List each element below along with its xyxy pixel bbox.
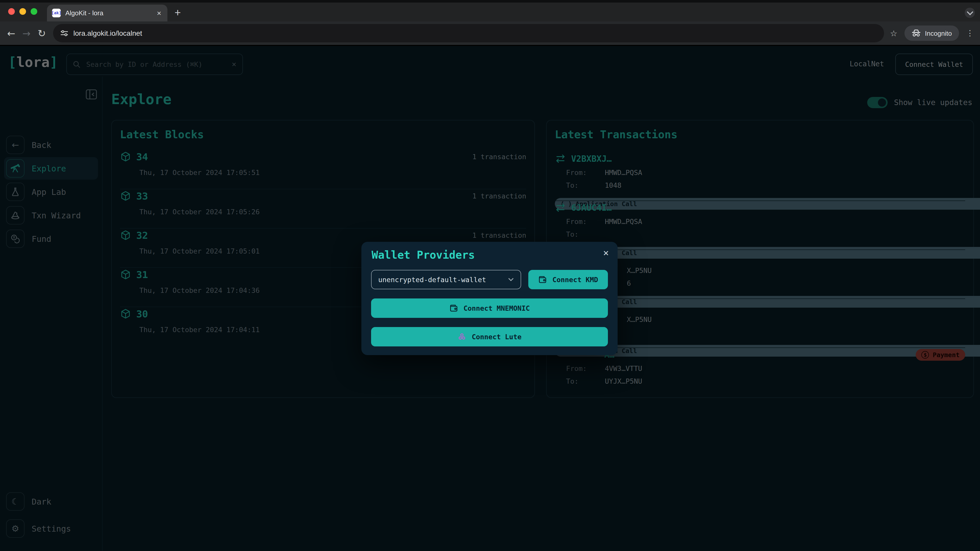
close-icon[interactable]: × xyxy=(603,247,609,258)
tab-strip: [ak] AlgoKit - lora × + xyxy=(0,3,980,21)
browser-menu-icon[interactable]: ⋮ xyxy=(966,29,974,38)
connect-kmd-button[interactable]: Connect KMD xyxy=(528,270,608,289)
wallet-icon xyxy=(538,275,547,284)
incognito-badge: Incognito xyxy=(904,25,959,41)
reload-button[interactable]: ↻ xyxy=(38,27,46,39)
wallet-providers-dialog: Wallet Providers × unencrypted-default-w… xyxy=(361,242,617,355)
close-window-button[interactable] xyxy=(8,8,15,15)
wallet-icon xyxy=(449,303,458,313)
browser-chrome: [ak] AlgoKit - lora × + ← → ↻ lora.algok… xyxy=(0,0,980,46)
back-button[interactable]: ← xyxy=(7,27,15,39)
lute-triskele-icon xyxy=(457,332,466,341)
address-bar[interactable]: lora.algokit.io/localnet xyxy=(53,24,884,42)
bookmark-star-icon[interactable]: ☆ xyxy=(890,28,897,38)
connect-lute-button[interactable]: Connect Lute xyxy=(371,327,608,346)
incognito-icon xyxy=(912,30,921,37)
browser-toolbar: ← → ↻ lora.algokit.io/localnet ☆ xyxy=(0,21,980,45)
browser-tab[interactable]: [ak] AlgoKit - lora × xyxy=(47,5,167,21)
toolbar-right: ☆ Incognito ⋮ xyxy=(890,25,974,41)
forward-button[interactable]: → xyxy=(22,27,30,39)
screen: [ak] AlgoKit - lora × + ← → ↻ lora.algok… xyxy=(0,0,980,551)
url-text[interactable]: lora.algokit.io/localnet xyxy=(73,29,142,37)
tab-close-icon[interactable]: × xyxy=(156,9,162,17)
tab-favicon: [ak] xyxy=(52,9,61,17)
tab-title: AlgoKit - lora xyxy=(65,9,156,17)
zoom-window-button[interactable] xyxy=(30,8,37,15)
minimize-window-button[interactable] xyxy=(19,8,26,15)
tab-search-button[interactable] xyxy=(965,8,975,18)
lora-app: [lora] × LocalNet Connect Wallet ← Ba xyxy=(0,46,980,551)
selected-wallet: unencrypted-default-wallet xyxy=(378,275,486,284)
chevron-down-icon xyxy=(966,9,973,15)
dialog-title: Wallet Providers xyxy=(372,249,475,261)
site-settings-icon[interactable] xyxy=(60,29,68,37)
traffic-lights xyxy=(8,8,37,15)
connect-mnemonic-button[interactable]: Connect MNEMONIC xyxy=(371,299,608,318)
incognito-label: Incognito xyxy=(925,29,952,37)
new-tab-button[interactable]: + xyxy=(175,6,181,19)
window-top-strip xyxy=(0,0,980,3)
kmd-wallet-select[interactable]: unencrypted-default-wallet xyxy=(371,270,521,289)
chevron-down-icon xyxy=(508,278,514,282)
